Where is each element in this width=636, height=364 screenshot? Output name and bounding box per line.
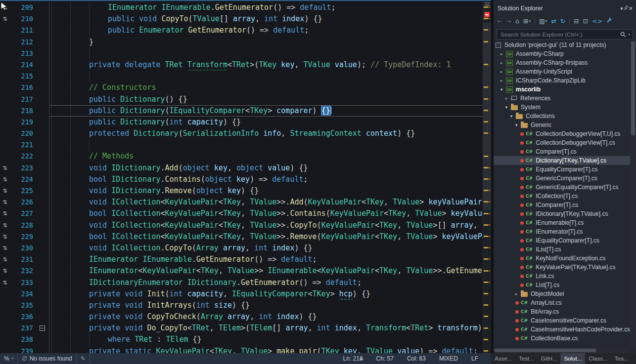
code-line-223[interactable]: ⇅223void IDictionary.Add(object key, obj… [0, 162, 483, 174]
glyph-margin[interactable] [0, 37, 10, 48]
implements-interface-icon[interactable]: ⇅ [0, 197, 10, 208]
chevron-collapsed-icon[interactable]: ▸ [505, 96, 511, 101]
line-number[interactable]: 223 [10, 162, 38, 174]
implements-interface-icon[interactable]: ⇅ [0, 13, 10, 25]
tree-item-genericequalitycomparer-t-cs[interactable]: C#GenericEqualityComparer[T].cs [494, 183, 630, 192]
tree-item-idictionary-tkey-tvalue-cs[interactable]: C#IDictionary[TKey,TValue].cs [494, 209, 630, 218]
code-text[interactable]: protected Dictionary(SerializationInfo i… [49, 128, 483, 139]
glyph-margin[interactable] [0, 105, 10, 117]
back-icon[interactable]: ← [497, 18, 502, 25]
implements-interface-icon[interactable]: ⇅ [0, 231, 10, 243]
code-line-221[interactable]: 221 [0, 139, 483, 151]
line-number[interactable]: 224 [10, 174, 38, 185]
code-text[interactable]: IDictionaryEnumerator IDictionary.GetEnu… [49, 277, 483, 288]
code-text[interactable] [49, 71, 483, 82]
code-text[interactable]: public Enumerator GetEnumerator() => def… [49, 25, 483, 36]
implements-interface-icon[interactable]: ⇅ [0, 174, 10, 185]
implements-interface-icon[interactable]: ⇅ [0, 162, 10, 174]
code-text[interactable]: void ICollection<KeyValuePair<TKey, TVal… [49, 197, 483, 208]
code-text[interactable]: void IDictionary.Remove(object key) {} [49, 185, 483, 197]
line-number[interactable]: 235 [10, 300, 38, 311]
tree-item-assembly-csharp[interactable]: ▸C#Assembly-CSharp [494, 49, 630, 58]
code-text[interactable]: } [49, 37, 483, 48]
glyph-margin[interactable] [0, 334, 10, 345]
glyph-margin[interactable] [0, 300, 10, 311]
code-text[interactable]: void ICollection.CopyTo(Array array, int… [49, 243, 483, 254]
code-text[interactable]: bool IDictionary.Contains(object key) =>… [49, 174, 483, 185]
line-number[interactable]: 237 [10, 323, 38, 334]
line-number[interactable]: 226 [10, 197, 38, 208]
toolwindow-tab-class[interactable]: Class... [585, 353, 611, 364]
code-line-219[interactable]: 219public Dictionary(int capacity) {} [0, 117, 483, 128]
toolwindow-tab-tea[interactable]: Tea... [611, 353, 632, 364]
line-number[interactable]: 219 [10, 117, 38, 128]
code-text[interactable]: bool ICollection<KeyValuePair<TKey, TVal… [49, 208, 483, 219]
code-text[interactable] [49, 139, 483, 151]
column-indicator[interactable]: Col: 63 [407, 355, 426, 362]
tree-item-collectionbase-cs[interactable]: C#CollectionBase.cs [494, 334, 630, 343]
code-line-227[interactable]: ⇅227bool ICollection<KeyValuePair<TKey, … [0, 208, 483, 219]
code-text[interactable]: private void Init(int capacity, IEqualit… [49, 288, 483, 300]
code-line-224[interactable]: ⇅224bool IDictionary.Contains(object key… [0, 174, 483, 185]
code-line-222[interactable]: 222// Methods [0, 151, 483, 162]
code-line-235[interactable]: 235private void InitArrays(int size) {} [0, 300, 483, 311]
panel-hscrollbar[interactable] [494, 348, 630, 353]
toolwindow-tab-test[interactable]: Test... [515, 353, 538, 364]
line-number[interactable]: 221 [10, 139, 38, 151]
toolwindow-tab-asse[interactable]: Asse... [491, 353, 515, 364]
code-line-209[interactable]: ⇅209IEnumerator IEnumerable.GetEnumerato… [0, 2, 483, 13]
glyph-margin[interactable] [0, 48, 10, 59]
edit-pen-icon[interactable]: ✎ [81, 355, 86, 362]
code-line-216[interactable]: 216// Constructors [0, 82, 483, 93]
tree-item-icsharpcode-sharpziplib[interactable]: ▸C#ICSharpCode.SharpZipLib [494, 76, 630, 85]
code-line-212[interactable]: 212} [0, 37, 483, 48]
code-line-215[interactable]: 215 [0, 71, 483, 82]
code-editor[interactable]: ⇅209IEnumerator IEnumerable.GetEnumerato… [0, 2, 483, 353]
line-number[interactable]: 216 [10, 82, 38, 93]
line-number[interactable]: 229 [10, 231, 38, 243]
code-text[interactable]: public Dictionary(IEqualityComparer<TKey… [49, 105, 483, 117]
line-number[interactable]: 213 [10, 48, 38, 59]
sync-with-active-document-icon[interactable]: ⇄ [551, 18, 556, 25]
chevron-collapsed-icon[interactable]: ▸ [500, 60, 506, 65]
collapse-all-icon[interactable]: ⊟ [574, 18, 579, 25]
tree-item-ienumerator-t-cs[interactable]: C#IEnumerator[T].cs [494, 227, 630, 236]
tree-item-keyvaluepair-tkey-tvalue-cs[interactable]: C#KeyValuePair[TKey,TValue].cs [494, 263, 630, 272]
eol-indicator[interactable]: LF [471, 355, 478, 362]
tree-item-caseinsensitivehashcodeprovider-cs[interactable]: C#CaseInsensitiveHashCodeProvider.cs [494, 325, 630, 334]
code-line-234[interactable]: 234private void Init(int capacity, IEqua… [0, 288, 483, 300]
code-line-236[interactable]: 236private void CopyToCheck(Array array,… [0, 311, 483, 323]
glyph-margin[interactable] [0, 311, 10, 323]
glyph-margin[interactable] [0, 71, 10, 82]
glyph-margin[interactable] [0, 151, 10, 162]
code-text[interactable]: // Methods [49, 151, 483, 162]
code-text[interactable]: void IDictionary.Add(object key, object … [49, 162, 483, 174]
glyph-margin[interactable] [0, 323, 10, 334]
code-line-218[interactable]: 218public Dictionary(IEqualityComparer<T… [0, 105, 483, 117]
search-box[interactable]: ▾ [497, 29, 633, 40]
glyph-margin[interactable] [0, 288, 10, 300]
glyph-margin[interactable] [0, 128, 10, 139]
tree-item-objectmodel[interactable]: ▸ObjectModel [494, 289, 630, 298]
glyph-margin[interactable] [0, 82, 10, 93]
filter-icon[interactable]: ▥▾ [539, 18, 547, 25]
editor-scrollbar[interactable] [483, 0, 491, 353]
code-line-220[interactable]: 220protected Dictionary(SerializationInf… [0, 128, 483, 139]
code-line-214[interactable]: 214private delegate TRet Transform<TRet>… [0, 59, 483, 71]
tree-item-bitarray-cs[interactable]: C#BitArray.cs [494, 307, 630, 316]
search-icon[interactable] [620, 32, 626, 38]
implements-interface-icon[interactable]: ⇅ [0, 243, 10, 254]
search-input[interactable] [500, 31, 618, 38]
close-icon[interactable]: ✕ [629, 5, 633, 12]
tree-item-icollection-t-cs[interactable]: C#ICollection[T].cs [494, 192, 630, 201]
pin-icon[interactable] [623, 5, 629, 12]
code-text[interactable]: IEnumerator<KeyValuePair<TKey, TValue>> … [49, 265, 483, 277]
chevron-expanded-icon[interactable]: ▾ [510, 114, 516, 119]
panel-hscrollbar-thumb[interactable] [495, 349, 596, 352]
code-line-211[interactable]: 211public Enumerator GetEnumerator() => … [0, 25, 483, 36]
tree-item-collections[interactable]: ▾Collections [494, 112, 630, 121]
tree-item-mscorlib[interactable]: ▾C#mscorlib [494, 85, 630, 94]
implements-interface-icon[interactable]: ⇅ [0, 185, 10, 197]
tree-item-assembly-csharp-firstpass[interactable]: ▸C#Assembly-CSharp-firstpass [494, 58, 630, 67]
code-text[interactable]: private void CopyToCheck(Array array, in… [49, 311, 483, 323]
